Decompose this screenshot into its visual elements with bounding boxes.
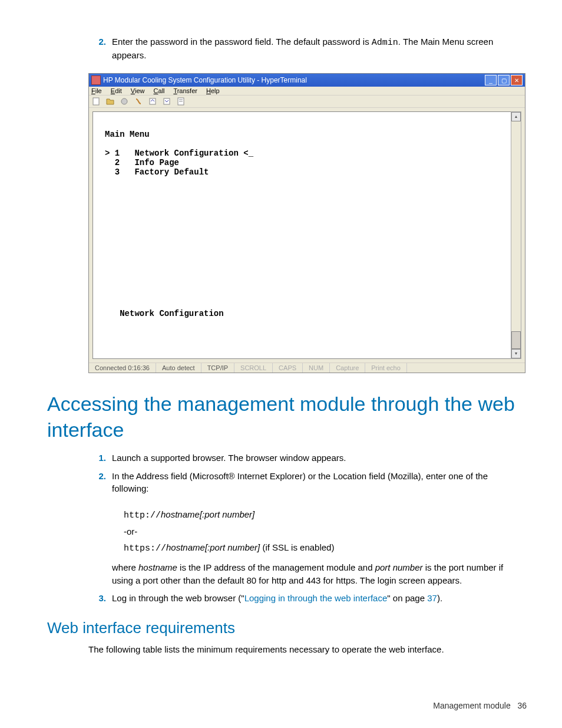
step-number: 3.	[88, 592, 112, 604]
code-admin: Admin	[372, 38, 398, 48]
titlebar: HP Modular Cooling System Configuration …	[89, 74, 525, 87]
svg-rect-3	[164, 98, 170, 104]
heading-requirements: Web interface requirements	[47, 619, 527, 637]
status-scroll: SCROLL	[234, 363, 273, 373]
heading-accessing: Accessing the management module through …	[47, 391, 527, 443]
statusbar: Connected 0:16:36 Auto detect TCP/IP SCR…	[89, 363, 525, 373]
scroll-up-icon[interactable]: ▴	[511, 112, 521, 121]
xref-login[interactable]: Logging in through the web interface	[244, 593, 388, 603]
status-printecho: Print echo	[365, 363, 407, 373]
properties-icon[interactable]	[176, 97, 186, 106]
svg-rect-0	[93, 98, 99, 105]
status-capture: Capture	[330, 363, 365, 373]
status-num: NUM	[303, 363, 330, 373]
step-text: Launch a supported browser. The browser …	[112, 452, 346, 464]
maximize-button[interactable]: ▢	[498, 75, 510, 85]
scroll-thumb[interactable]	[511, 331, 521, 349]
scroll-down-icon[interactable]: ▾	[511, 349, 521, 358]
step-text: Log in through the web browser ("Logging…	[112, 592, 442, 604]
page-footer: Management module 36	[433, 701, 527, 710]
menu-help[interactable]: Help	[206, 87, 220, 94]
url-http: http://hostname[:port number]	[124, 506, 527, 523]
connect-icon[interactable]	[120, 97, 129, 106]
hyperterminal-window: HP Modular Cooling System Configuration …	[88, 73, 525, 373]
status-tcpip: TCP/IP	[201, 363, 234, 373]
new-icon[interactable]	[91, 97, 101, 106]
status-autodetect: Auto detect	[156, 363, 201, 373]
menu-file[interactable]: File	[91, 87, 102, 94]
minimize-button[interactable]: _	[485, 75, 497, 85]
send-icon[interactable]	[148, 97, 157, 106]
svg-point-1	[121, 98, 127, 104]
toolbar	[89, 95, 525, 108]
req-text: The following table lists the minimum re…	[88, 643, 527, 656]
web-step-3: 3. Log in through the web browser ("Logg…	[88, 592, 527, 604]
receive-icon[interactable]	[162, 97, 171, 106]
terminal-output[interactable]: Main Menu > 1 Network Configuration <_ 2…	[92, 111, 521, 359]
web-step-1: 1. Launch a supported browser. The brows…	[88, 452, 527, 464]
disconnect-icon[interactable]	[134, 97, 143, 106]
menu-call[interactable]: Call	[154, 87, 165, 94]
menu-view[interactable]: View	[131, 87, 145, 94]
step-number: 1.	[88, 452, 112, 464]
step-text: Enter the password in the password field…	[112, 35, 527, 61]
step-number: 2.	[88, 470, 112, 495]
xref-page[interactable]: 37	[427, 593, 437, 603]
step-text: In the Address field (Microsoft® Interne…	[112, 470, 527, 495]
window-title: HP Modular Cooling System Configuration …	[103, 76, 307, 84]
scrollbar[interactable]: ▴ ▾	[511, 111, 521, 359]
open-icon[interactable]	[105, 97, 115, 106]
menu-transfer[interactable]: Transfer	[173, 87, 197, 94]
status-caps: CAPS	[273, 363, 303, 373]
web-step-2: 2. In the Address field (Microsoft® Inte…	[88, 470, 527, 495]
or-text: -or-	[124, 523, 527, 539]
step-number: 2.	[88, 35, 112, 61]
app-icon	[91, 75, 101, 85]
url-https: https://hostname[:port number] (if SSL i…	[124, 539, 527, 556]
status-connected: Connected 0:16:36	[89, 363, 156, 373]
menubar: File Edit View Call Transfer Help	[89, 87, 525, 95]
close-button[interactable]: ✕	[511, 75, 523, 85]
where-text: where hostname is the IP address of the …	[112, 561, 527, 587]
step-2: 2. Enter the password in the password fi…	[88, 35, 527, 61]
menu-edit[interactable]: Edit	[111, 87, 122, 94]
